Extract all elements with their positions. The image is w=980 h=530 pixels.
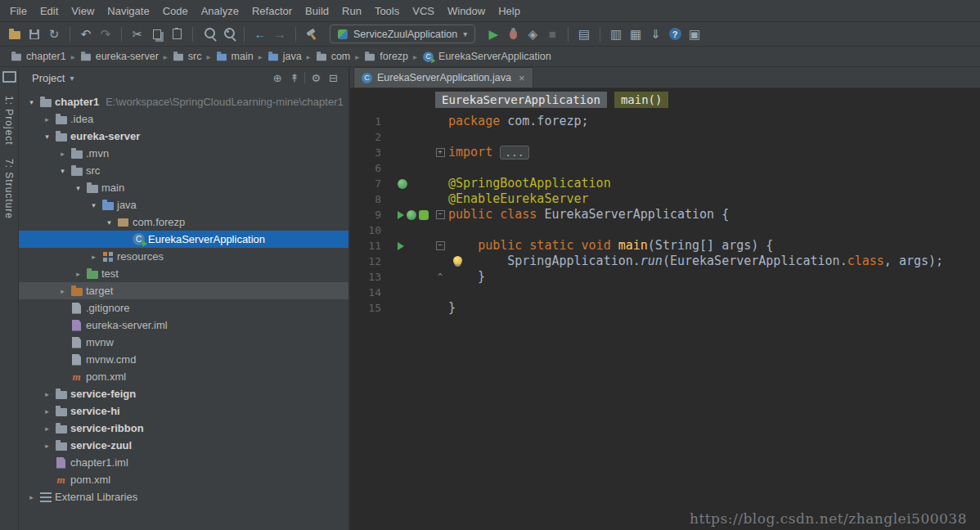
gutter[interactable] bbox=[388, 285, 434, 300]
fold-marker[interactable]: − bbox=[436, 210, 445, 219]
maven-projects-icon[interactable]: ▥ bbox=[608, 25, 624, 43]
run-configuration-select[interactable]: ServiceZuulApplication▾ bbox=[330, 25, 475, 43]
synchronize-icon[interactable]: ↻ bbox=[46, 25, 62, 43]
fold-marker[interactable]: + bbox=[436, 148, 445, 157]
expand-arrow[interactable]: ▸ bbox=[41, 424, 53, 433]
fold-marker[interactable]: − bbox=[436, 241, 445, 250]
stripe-tab-7-structure[interactable]: 7: Structure bbox=[3, 159, 15, 219]
menu-tools[interactable]: Tools bbox=[368, 2, 406, 20]
editor-tab[interactable]: C EurekaServerApplication.java × bbox=[353, 67, 533, 88]
spring-bean-icon[interactable] bbox=[398, 179, 407, 189]
tree-item-mvnw[interactable]: mvnw bbox=[19, 334, 348, 351]
tree-item-eurekaserverapplication[interactable]: CEurekaServerApplication bbox=[19, 231, 348, 248]
tree-item-service-ribbon[interactable]: ▸service-ribbon bbox=[19, 420, 348, 437]
gutter[interactable] bbox=[388, 145, 434, 160]
tree-item-eureka-server-iml[interactable]: eureka-server.iml bbox=[19, 317, 348, 334]
line-number[interactable]: 6 bbox=[350, 160, 388, 176]
tree-item-pom-xml[interactable]: mpom.xml bbox=[19, 368, 348, 385]
expand-arrow[interactable]: ▸ bbox=[56, 150, 69, 158]
breadcrumb-eureka-server[interactable]: eureka-server bbox=[78, 51, 161, 62]
forward-icon[interactable]: → bbox=[272, 25, 288, 43]
breadcrumb-com[interactable]: com bbox=[313, 51, 353, 62]
menu-analyze[interactable]: Analyze bbox=[195, 2, 245, 20]
fold-column[interactable]: − bbox=[434, 238, 447, 254]
line-number[interactable]: 7 bbox=[350, 176, 388, 191]
spring-bean-icon[interactable] bbox=[407, 210, 416, 220]
tree-item-target[interactable]: ▸target bbox=[19, 282, 348, 299]
menu-run[interactable]: Run bbox=[335, 2, 368, 20]
tree-item-resources[interactable]: ▸resources bbox=[19, 248, 348, 265]
fold-column[interactable] bbox=[434, 129, 447, 145]
fold-column[interactable] bbox=[434, 285, 447, 300]
tree-item-mvnw-cmd[interactable]: mvnw.cmd bbox=[19, 351, 348, 368]
menu-edit[interactable]: Edit bbox=[34, 2, 65, 20]
settings-icon[interactable]: ⚙ bbox=[307, 72, 325, 84]
cut-icon[interactable]: ✂ bbox=[129, 25, 146, 43]
tree-item-java[interactable]: ▾java bbox=[19, 196, 348, 213]
menu-build[interactable]: Build bbox=[299, 2, 335, 20]
line-number[interactable]: 8 bbox=[350, 191, 388, 207]
expand-arrow[interactable]: ▾ bbox=[88, 201, 100, 209]
stop-icon[interactable]: ■ bbox=[544, 25, 560, 43]
expand-arrow[interactable]: ▸ bbox=[41, 407, 53, 415]
line-number[interactable]: 3 bbox=[350, 145, 388, 160]
tree-item-mvn[interactable]: ▸.mvn bbox=[19, 145, 348, 162]
gutter[interactable] bbox=[388, 160, 434, 176]
expand-arrow[interactable]: ▾ bbox=[56, 167, 69, 175]
menu-navigate[interactable]: Navigate bbox=[101, 2, 155, 20]
code-editor[interactable]: 1package com.forezp;23+import ...67@Spri… bbox=[350, 110, 980, 530]
menu-code[interactable]: Code bbox=[156, 2, 195, 20]
breadcrumb-chapter1[interactable]: chapter1 bbox=[8, 51, 69, 62]
tree-item-main[interactable]: ▾main bbox=[19, 179, 348, 196]
tree-item-test[interactable]: ▸test bbox=[19, 265, 348, 282]
breadcrumb-forezp[interactable]: forezp bbox=[362, 51, 411, 62]
expand-arrow[interactable]: ▸ bbox=[25, 493, 38, 501]
expand-arrow[interactable]: ▾ bbox=[41, 132, 53, 141]
tree-item-eureka-server[interactable]: ▾eureka-server bbox=[19, 128, 348, 145]
chevron-down-icon[interactable]: ▾ bbox=[70, 74, 74, 83]
tree-item-service-hi[interactable]: ▸service-hi bbox=[19, 402, 348, 420]
fold-column[interactable]: + bbox=[434, 145, 447, 160]
breadcrumb-src[interactable]: src bbox=[170, 51, 205, 62]
expand-arrow[interactable]: ▸ bbox=[72, 270, 84, 278]
editor-crumb-eurekaserverapplication[interactable]: EurekaServerApplication bbox=[435, 92, 607, 108]
make-project-icon[interactable] bbox=[303, 25, 320, 43]
tree-item-pom-xml[interactable]: mpom.xml bbox=[19, 471, 348, 488]
tree-item-service-zuul[interactable]: ▸service-zuul bbox=[19, 437, 348, 454]
tree-item-chapter1[interactable]: ▾chapter1E:\workspace\SpringCloudLearnin… bbox=[19, 93, 348, 110]
line-number[interactable]: 10 bbox=[350, 222, 388, 238]
expand-arrow[interactable]: ▸ bbox=[56, 287, 69, 295]
fold-column[interactable] bbox=[434, 254, 447, 269]
back-icon[interactable]: ← bbox=[252, 25, 268, 43]
fold-column[interactable] bbox=[434, 222, 447, 238]
undo-icon[interactable]: ↶ bbox=[78, 25, 94, 43]
project-title[interactable]: Project bbox=[32, 72, 65, 84]
tool-window-icon[interactable] bbox=[2, 71, 16, 83]
menu-view[interactable]: View bbox=[65, 2, 101, 20]
gutter[interactable] bbox=[388, 300, 434, 316]
locate-icon[interactable]: ⊕ bbox=[269, 72, 286, 84]
menu-vcs[interactable]: VCS bbox=[406, 2, 441, 20]
replace-icon[interactable] bbox=[220, 25, 236, 43]
tree-item-src[interactable]: ▾src bbox=[19, 162, 348, 179]
expand-arrow[interactable]: ▸ bbox=[88, 253, 100, 261]
line-number[interactable]: 1 bbox=[350, 114, 388, 129]
expand-arrow[interactable]: ▾ bbox=[103, 218, 115, 227]
sdk-manager-icon[interactable]: ⇓ bbox=[647, 25, 663, 43]
menu-refactor[interactable]: Refactor bbox=[245, 2, 299, 20]
expand-arrow[interactable]: ▾ bbox=[72, 184, 84, 192]
expand-arrow[interactable]: ▸ bbox=[41, 115, 53, 124]
run-gutter-icon[interactable] bbox=[398, 211, 404, 219]
help-icon[interactable]: ? bbox=[667, 25, 683, 43]
tree-item-com-forezp[interactable]: ▾com.forezp bbox=[19, 213, 348, 231]
line-number[interactable]: 15 bbox=[350, 300, 388, 316]
save-all-icon[interactable] bbox=[26, 25, 43, 43]
plugins-icon[interactable]: ▣ bbox=[686, 25, 703, 43]
line-number[interactable]: 2 bbox=[350, 129, 388, 145]
line-number[interactable]: 12 bbox=[350, 254, 388, 269]
close-icon[interactable]: × bbox=[519, 72, 525, 84]
gutter[interactable] bbox=[388, 269, 434, 285]
fold-column[interactable]: ^ bbox=[434, 269, 447, 285]
gutter[interactable] bbox=[388, 254, 434, 269]
run-icon[interactable]: ▶ bbox=[485, 25, 501, 43]
